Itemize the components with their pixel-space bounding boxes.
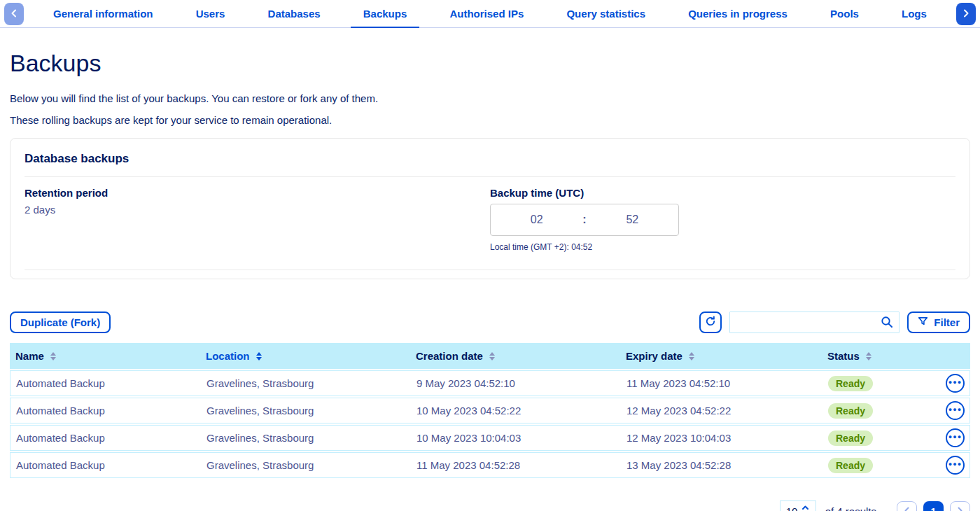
- column-header-creation-date[interactable]: Creation date: [416, 350, 626, 362]
- page-size-select[interactable]: 10: [780, 500, 816, 511]
- database-backups-card: Database backups Retention period 2 days…: [10, 138, 970, 279]
- row-actions-button[interactable]: ●●●: [946, 428, 965, 447]
- chevron-right-icon: [962, 9, 969, 20]
- refresh-button[interactable]: [699, 312, 722, 333]
- tabs-scroll-right-button[interactable]: [956, 3, 976, 25]
- column-header-name[interactable]: Name: [15, 350, 206, 362]
- cell-expiry-date: 12 May 2023 04:52:22: [626, 405, 828, 416]
- page-1-button[interactable]: 1: [923, 501, 944, 511]
- tab-logs[interactable]: Logs: [889, 0, 939, 27]
- tab-query-statistics[interactable]: Query statistics: [554, 0, 658, 27]
- tab-databases[interactable]: Databases: [255, 0, 333, 27]
- search-input[interactable]: [729, 312, 899, 333]
- column-label: Status: [827, 350, 860, 362]
- tab-bar: General information Users Databases Back…: [0, 0, 980, 28]
- status-badge: Ready: [828, 430, 873, 446]
- local-time-note: Local time (GMT +2): 04:52: [490, 242, 955, 252]
- caret-up-down-icon: [802, 505, 809, 511]
- funnel-icon: [918, 316, 928, 329]
- refresh-icon: [705, 316, 716, 329]
- table-header-row: Name Location Creation date Expiry date …: [10, 343, 970, 369]
- previous-page-button[interactable]: [897, 501, 917, 511]
- column-header-status[interactable]: Status: [827, 350, 945, 362]
- chevron-left-icon: [10, 9, 18, 20]
- card-title: Database backups: [24, 152, 955, 166]
- chevron-left-icon: [904, 506, 910, 511]
- next-page-button[interactable]: [950, 501, 970, 511]
- backup-time-label: Backup time (UTC): [490, 187, 955, 199]
- table-row: Automated Backup Gravelines, Strasbourg …: [10, 425, 970, 451]
- cell-creation-date: 10 May 2023 10:04:03: [416, 432, 626, 444]
- backup-time-hours[interactable]: 02: [491, 214, 582, 226]
- cell-creation-date: 10 May 2023 04:52:22: [416, 405, 626, 416]
- tab-users[interactable]: Users: [183, 0, 238, 27]
- cell-name: Automated Backup: [16, 459, 206, 471]
- retention-period-label: Retention period: [24, 187, 490, 199]
- cell-name: Automated Backup: [16, 377, 206, 389]
- cell-expiry-date: 12 May 2023 10:04:03: [626, 432, 828, 444]
- table-row: Automated Backup Gravelines, Strasbourg …: [10, 398, 970, 424]
- filter-button[interactable]: Filter: [907, 312, 970, 333]
- row-actions-button[interactable]: ●●●: [946, 374, 965, 393]
- backups-table: Name Location Creation date Expiry date …: [10, 343, 970, 478]
- search-box: [729, 312, 899, 333]
- sort-icon: [489, 352, 495, 360]
- status-badge: Ready: [828, 458, 873, 473]
- cell-location: Gravelines, Strasbourg: [206, 432, 416, 444]
- cell-creation-date: 11 May 2023 04:52:28: [416, 459, 626, 471]
- column-label: Creation date: [416, 350, 483, 362]
- cell-location: Gravelines, Strasbourg: [206, 459, 416, 471]
- cell-name: Automated Backup: [16, 432, 206, 444]
- retention-period-value: 2 days: [24, 204, 490, 216]
- cell-name: Automated Backup: [16, 405, 206, 416]
- tab-general-information[interactable]: General information: [41, 0, 166, 27]
- row-actions-button[interactable]: ●●●: [946, 401, 965, 420]
- duplicate-fork-button[interactable]: Duplicate (Fork): [10, 312, 111, 333]
- status-badge: Ready: [828, 403, 873, 419]
- sort-icon: [689, 352, 694, 360]
- sort-icon: [866, 352, 872, 360]
- backup-time-minutes[interactable]: 52: [587, 214, 678, 226]
- search-icon[interactable]: [881, 316, 893, 331]
- tab-backups[interactable]: Backups: [351, 0, 420, 27]
- status-badge: Ready: [828, 376, 873, 391]
- cell-expiry-date: 13 May 2023 04:52:28: [626, 459, 828, 471]
- tab-authorised-ips[interactable]: Authorised IPs: [437, 0, 536, 27]
- row-actions-button[interactable]: ●●●: [946, 456, 965, 475]
- sort-icon: [256, 352, 262, 360]
- tab-pools[interactable]: Pools: [818, 0, 872, 27]
- tab-list: General information Users Databases Back…: [24, 0, 956, 27]
- results-count-text: of 4 results: [825, 505, 876, 511]
- page-description-line2: These rolling backups are kept for your …: [10, 114, 970, 126]
- card-divider-bottom: [24, 270, 955, 270]
- cell-location: Gravelines, Strasbourg: [206, 405, 416, 416]
- pagination: 10 of 4 results 1: [10, 500, 970, 511]
- cell-location: Gravelines, Strasbourg: [206, 377, 416, 389]
- tab-queries-in-progress[interactable]: Queries in progress: [676, 0, 800, 27]
- chevron-right-icon: [957, 506, 963, 511]
- table-row: Automated Backup Gravelines, Strasbourg …: [10, 370, 970, 396]
- column-label: Expiry date: [626, 350, 682, 362]
- cell-expiry-date: 11 May 2023 04:52:10: [626, 377, 828, 389]
- column-label: Location: [206, 350, 250, 362]
- column-label: Name: [15, 350, 44, 362]
- column-header-expiry-date[interactable]: Expiry date: [626, 350, 827, 362]
- tabs-scroll-left-button[interactable]: [4, 3, 24, 25]
- sort-icon: [50, 352, 56, 360]
- page-size-value: 10: [786, 505, 798, 511]
- page-title: Backups: [10, 50, 970, 77]
- backup-time-input[interactable]: 02 : 52: [490, 204, 679, 236]
- retention-period-field: Retention period 2 days: [24, 187, 490, 252]
- table-toolbar: Duplicate (Fork): [10, 312, 970, 333]
- filter-button-label: Filter: [934, 316, 960, 328]
- backup-time-field: Backup time (UTC) 02 : 52 Local time (GM…: [490, 187, 955, 252]
- cell-creation-date: 9 May 2023 04:52:10: [416, 377, 626, 389]
- column-header-location[interactable]: Location: [206, 350, 416, 362]
- table-row: Automated Backup Gravelines, Strasbourg …: [10, 452, 970, 478]
- page-description-line1: Below you will find the list of your bac…: [10, 92, 970, 104]
